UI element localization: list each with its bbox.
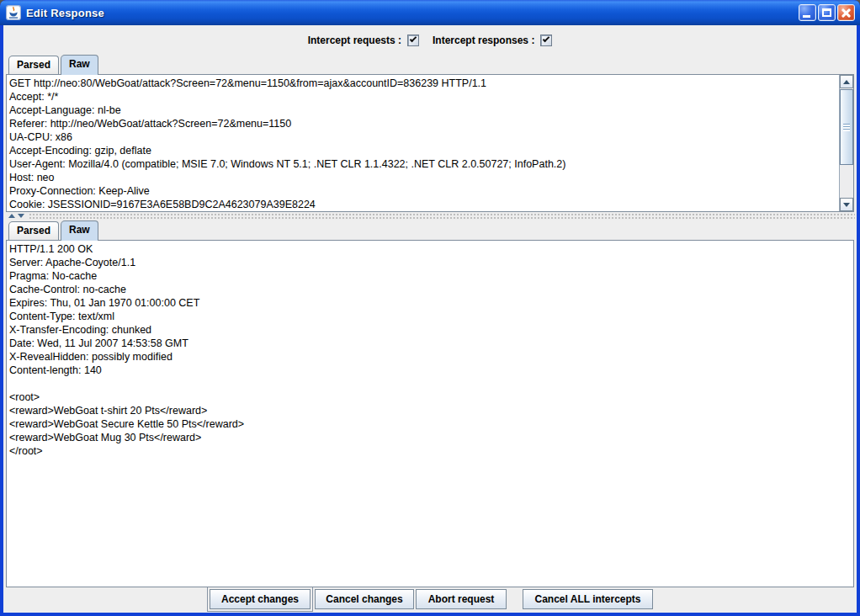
maximize-icon <box>822 8 831 17</box>
tab-response-parsed[interactable]: Parsed <box>8 221 59 240</box>
request-tabstrip: Parsed Raw <box>6 54 854 74</box>
maximize-button[interactable] <box>818 4 836 21</box>
window-title: Edit Response <box>26 7 104 19</box>
intercept-responses-group: Intercept responses : <box>433 35 552 46</box>
intercept-options-bar: Intercept requests : Intercept responses… <box>3 32 857 49</box>
tab-response-raw[interactable]: Raw <box>61 220 98 241</box>
intercept-requests-checkbox[interactable] <box>407 35 419 46</box>
abort-request-button[interactable]: Abort request <box>416 589 507 609</box>
request-vertical-scrollbar[interactable] <box>839 75 853 211</box>
scroll-up-button[interactable] <box>840 75 853 88</box>
divider-collapse-up-icon[interactable] <box>8 214 15 218</box>
cancel-changes-button[interactable]: Cancel changes <box>315 589 414 609</box>
check-icon <box>410 35 417 42</box>
check-icon <box>543 35 549 42</box>
intercept-requests-group: Intercept requests : <box>308 35 419 46</box>
scroll-down-button[interactable] <box>840 198 853 211</box>
accept-changes-button[interactable]: Accept changes <box>210 589 311 609</box>
split-pane-divider[interactable] <box>3 212 857 220</box>
triangle-up-icon <box>843 80 850 84</box>
intercept-responses-checkbox[interactable] <box>540 35 552 46</box>
divider-collapse-down-icon[interactable] <box>18 214 24 218</box>
close-icon <box>838 5 854 20</box>
thumb-grip-icon <box>843 124 850 131</box>
request-raw-pane: GET http://neo:80/WebGoat/attack?Screen=… <box>6 74 854 212</box>
footer-button-row: Accept changes Cancel changes Abort requ… <box>3 587 857 611</box>
request-raw-textarea[interactable]: GET http://neo:80/WebGoat/attack?Screen=… <box>7 75 839 211</box>
titlebar[interactable]: Edit Response <box>0 0 860 25</box>
tab-request-raw[interactable]: Raw <box>61 55 98 75</box>
window-body: Intercept requests : Intercept responses… <box>3 25 857 613</box>
response-raw-pane: HTTP/1.1 200 OK Server: Apache-Coyote/1.… <box>6 240 854 587</box>
close-button[interactable] <box>837 4 855 21</box>
window-controls <box>799 4 855 21</box>
scrollbar-thumb[interactable] <box>840 89 853 165</box>
minimize-icon <box>803 15 810 18</box>
intercept-responses-label: Intercept responses : <box>433 35 534 46</box>
minimize-button[interactable] <box>799 4 816 21</box>
triangle-down-icon <box>843 203 850 207</box>
edit-response-window: Edit Response Intercept requests : Inter… <box>0 0 860 616</box>
accept-changes-focus-ring: Accept changes <box>207 587 313 612</box>
response-raw-textarea[interactable]: HTTP/1.1 200 OK Server: Apache-Coyote/1.… <box>7 241 853 587</box>
divider-texture <box>29 213 855 219</box>
cancel-all-intercepts-button[interactable]: Cancel ALL intercepts <box>523 589 653 609</box>
intercept-requests-label: Intercept requests : <box>308 35 401 46</box>
tab-request-parsed[interactable]: Parsed <box>8 56 59 74</box>
java-app-icon <box>6 5 21 20</box>
response-tabstrip: Parsed Raw <box>6 220 854 240</box>
